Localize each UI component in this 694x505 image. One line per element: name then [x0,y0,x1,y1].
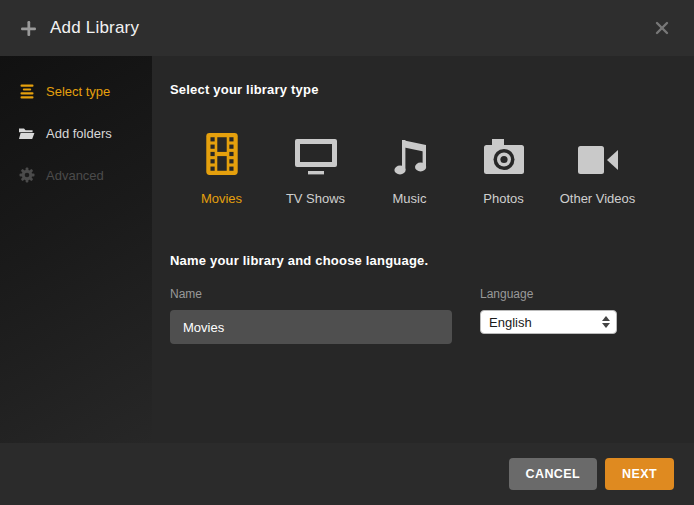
folder-icon [18,125,35,142]
type-label: Music [369,191,450,206]
name-section-heading: Name your library and choose language. [170,253,670,268]
type-label: Movies [181,191,262,206]
dialog-title: Add Library [50,18,139,38]
type-option-movies[interactable]: Movies [181,130,262,206]
camera-icon [463,130,544,176]
name-field-group: Name [170,287,452,344]
cancel-button[interactable]: CANCEL [509,458,597,490]
type-option-tv-shows[interactable]: TV Shows [275,130,356,206]
gear-icon [18,167,35,184]
language-select[interactable]: English [480,310,617,334]
type-label: TV Shows [275,191,356,206]
sidebar-item-label: Add folders [46,126,112,141]
library-name-input[interactable] [170,310,452,344]
main-content: Select your library type [152,56,694,443]
tv-icon [275,130,356,176]
library-type-row: Movies TV Shows [181,130,670,206]
type-label: Photos [463,191,544,206]
list-lines-icon [18,83,35,100]
dialog-header: Add Library [0,0,694,56]
dialog-footer: CANCEL NEXT [0,443,694,505]
sidebar-item-select-type[interactable]: Select type [0,70,152,112]
wizard-steps-sidebar: Select type Add folders [0,56,152,443]
add-library-dialog: Add Library Select type [0,0,694,505]
type-label: Other Videos [557,191,638,206]
sidebar-item-label: Advanced [46,168,104,183]
dialog-body: Select type Add folders [0,56,694,443]
sidebar-item-advanced[interactable]: Advanced [0,154,152,196]
video-camera-icon [557,130,638,176]
language-field-group: Language English [480,287,617,344]
sidebar-item-add-folders[interactable]: Add folders [0,112,152,154]
close-button[interactable] [652,18,672,38]
next-button[interactable]: NEXT [605,458,674,490]
plus-icon [20,20,37,37]
type-option-photos[interactable]: Photos [463,130,544,206]
music-note-icon [369,130,450,176]
type-section-heading: Select your library type [170,82,670,97]
type-option-other-videos[interactable]: Other Videos [557,130,638,206]
language-field-label: Language [480,287,617,301]
name-language-form: Name Language English [170,287,670,344]
name-field-label: Name [170,287,452,301]
sidebar-item-label: Select type [46,84,110,99]
type-option-music[interactable]: Music [369,130,450,206]
film-icon [181,130,262,176]
close-icon [655,21,669,35]
